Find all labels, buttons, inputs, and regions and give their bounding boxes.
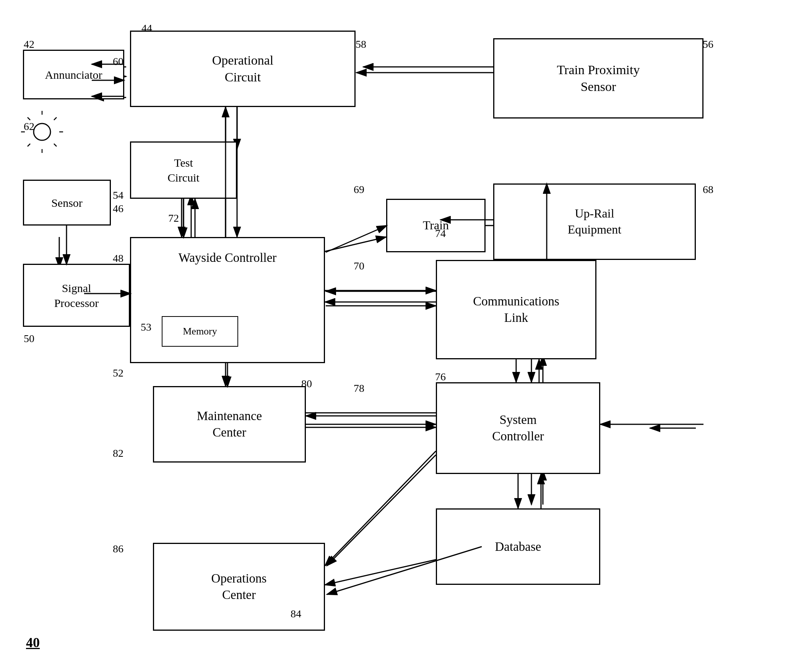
communications-link-box: CommunicationsLink [436,260,596,359]
maintenance-center-box: MaintenanceCenter [153,386,306,463]
svg-line-35 [54,144,57,146]
operational-circuit-box: OperationalCircuit [130,31,356,107]
svg-line-37 [28,144,30,146]
label-44: 44 [141,22,152,34]
label-74: 74 [435,227,446,240]
label-54: 54 [113,189,123,201]
database-box: Database [436,508,600,585]
svg-point-29 [34,123,50,140]
label-46: 46 [113,203,123,215]
train-box: Train [386,199,486,252]
wayside-controller-box: Wayside Controller Memory [130,237,325,363]
label-80: 80 [301,378,312,390]
label-68: 68 [703,183,713,196]
signal-processor-box: SignalProcessor [23,264,130,327]
svg-line-36 [54,117,57,120]
label-72: 72 [168,212,179,224]
label-50: 50 [24,333,34,345]
system-controller-box: SystemController [436,382,600,474]
svg-line-49 [326,226,387,252]
label-69: 69 [354,183,364,196]
label-40: 40 [26,635,40,651]
annunciator-box: Annunciator [23,50,124,99]
sun-symbol [21,111,63,153]
label-86: 86 [113,543,123,555]
label-70: 70 [354,260,364,272]
train-proximity-sensor-box: Train ProximitySensor [493,38,703,118]
label-48: 48 [113,252,123,265]
svg-line-65 [327,455,436,566]
label-76: 76 [435,371,446,383]
label-84: 84 [291,608,301,620]
test-circuit-box: TestCircuit [130,141,237,199]
memory-box: Memory [162,316,238,347]
label-82: 82 [113,447,123,459]
label-52: 52 [113,367,123,379]
label-58: 58 [356,38,366,50]
label-60: 60 [113,55,123,68]
label-78: 78 [354,382,364,394]
svg-line-13 [321,237,386,252]
label-53: 53 [141,321,151,333]
svg-line-24 [325,451,436,566]
sensor-box: Sensor [23,180,111,226]
up-rail-equipment-box: Up-RailEquipment [493,183,696,260]
label-56: 56 [703,38,713,50]
label-42: 42 [24,38,34,50]
svg-line-34 [28,117,30,120]
